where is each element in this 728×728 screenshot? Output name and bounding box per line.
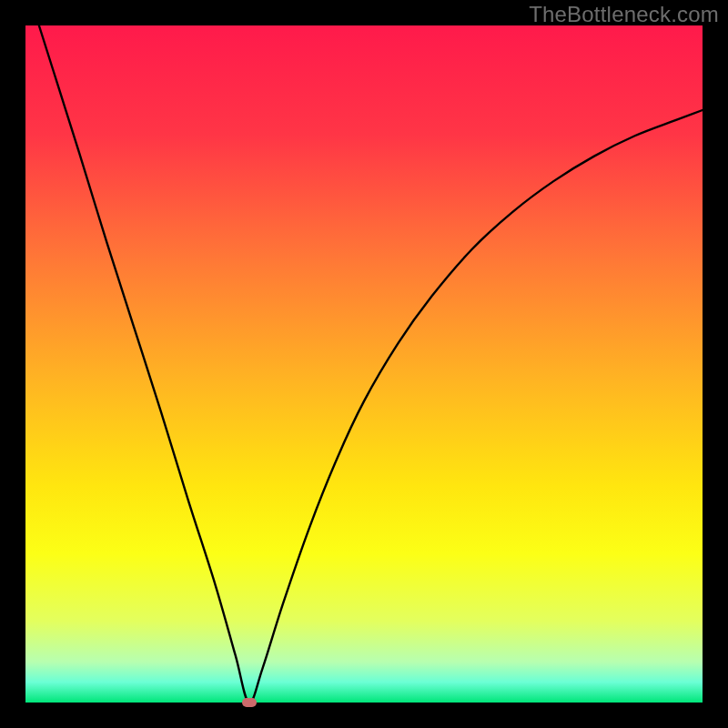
minimum-marker: [242, 698, 257, 707]
chart-frame: TheBottleneck.com: [0, 0, 728, 728]
bottleneck-curve: [25, 25, 703, 703]
watermark-text: TheBottleneck.com: [529, 2, 719, 27]
